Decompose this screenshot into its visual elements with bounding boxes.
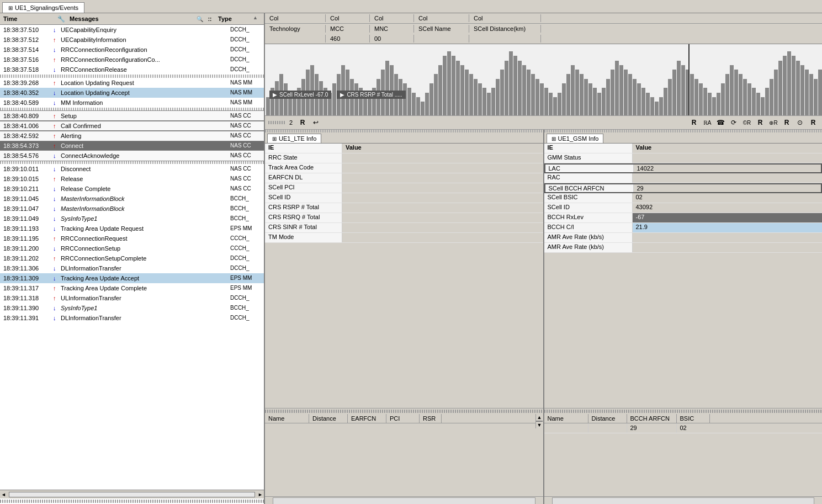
chart-bar	[787, 51, 791, 115]
toolbar-undo[interactable]: ↩	[310, 117, 321, 128]
list-item[interactable]: 18:39:11.047↓MasterInformationBlockBCCH_	[0, 204, 264, 214]
msg-text: DLInformationTransfer	[61, 315, 230, 321]
list-item[interactable]: 18:38:37.512↑UECapabilityInformationDCCH…	[0, 35, 264, 45]
list-item[interactable]: 18:39:10.011↓DisconnectNAS CC	[0, 164, 264, 174]
list-item[interactable]: 18:38:40.589↓MM InformationNAS MM	[0, 98, 264, 108]
scroll-up-btn[interactable]: ▲	[253, 15, 261, 23]
list-item[interactable]: 18:38:54.576↓ConnectAcknowledgeNAS CC	[0, 151, 264, 161]
scroll-up-icon[interactable]: ▲	[537, 415, 542, 420]
list-item[interactable]: 18:39:10.015↑ReleaseNAS CC	[0, 174, 264, 184]
toolbar-cr1[interactable]: ©R	[741, 117, 752, 128]
toolbar-fa[interactable]: ℝA	[702, 117, 713, 128]
chart-bar	[712, 97, 716, 115]
tab-gsm-info[interactable]: ⊞ UE1_GSM Info	[547, 134, 604, 143]
list-item[interactable]: 18:39:10.211↓Release CompleteNAS CC	[0, 184, 264, 194]
type-col-header: Type	[218, 15, 248, 22]
msg-direction-arrow: ↓	[53, 305, 61, 311]
msg-type: DCCH_	[230, 26, 261, 33]
gsm-bottom-scroll[interactable]	[544, 496, 823, 504]
gsm-ie-lac: LAC	[545, 165, 634, 172]
msg-time: 18:39:11.193	[3, 225, 53, 232]
toolbar-phone[interactable]: ☎	[715, 117, 726, 128]
h-scrollbar[interactable]: ◄ ►	[0, 490, 264, 498]
list-item[interactable]: 18:38:37.510↓UECapabilityEnquiryDCCH_	[0, 25, 264, 35]
scroll-thumb-lte[interactable]	[536, 421, 543, 422]
chart-bar	[429, 83, 433, 115]
list-item[interactable]: 18:38:39.268↑Location Updating RequestNA…	[0, 78, 264, 88]
gsm-dt-header: Name Distance BCCH ARFCN BSIC	[544, 414, 823, 423]
scroll-right-btn[interactable]: ►	[257, 491, 264, 498]
signal-chart: ▶ SCell RxLevel -67.0 ▶ CRS RSRP # Total…	[265, 44, 822, 116]
lte-bottom-scroll[interactable]	[265, 496, 543, 504]
lte-row-tac: Track Area Code	[265, 163, 543, 173]
divider-bottom	[0, 500, 264, 503]
search-icon[interactable]: 🔍	[196, 15, 204, 23]
scroll-left-btn[interactable]: ◄	[0, 491, 7, 498]
gsm-ie-amr2: AMR Ave Rate (kb/s)	[544, 243, 633, 252]
msg-type: NAS CC	[230, 166, 261, 172]
list-item[interactable]: 18:39:11.193↓Tracking Area Update Reques…	[0, 224, 264, 234]
lte-row-rrc: RRC State	[265, 153, 543, 163]
msg-text: Setup	[61, 113, 230, 119]
list-item[interactable]: 18:39:11.306↓DLInformationTransferDCCH_	[0, 263, 264, 273]
list-item[interactable]: 18:38:54.373↑ConnectNAS CC	[0, 141, 264, 151]
msg-text: MasterInformationBlock	[61, 205, 230, 212]
msg-text: Call Confirmed	[61, 123, 230, 129]
gsm-dt-divider	[544, 410, 823, 413]
list-item[interactable]: 18:39:11.202↑RRCConnectionSetupCompleteD…	[0, 253, 264, 263]
filter-icon[interactable]: ::	[206, 15, 214, 23]
gsm-dt-name-val	[544, 423, 588, 433]
top-info-bar: Col Col Col Col Col Technology MCC MNC S…	[265, 13, 822, 44]
toolbar-r3[interactable]: R	[755, 117, 766, 128]
lte-info-panel: ⊞ UE1_LTE Info IE Value RRC State	[265, 130, 544, 504]
lte-dt-scrollbar[interactable]: ▲ ▼	[535, 414, 543, 428]
chart-bars	[265, 44, 822, 115]
tab-label: UE1_Signalings/Events	[15, 4, 78, 11]
msg-time: 18:38:37.516	[3, 56, 53, 63]
msg-text: MM Information	[61, 99, 230, 106]
msg-type: NAS MM	[230, 89, 261, 96]
list-item[interactable]: 18:39:11.200↓RRCConnectionSetupCCCH_	[0, 243, 264, 253]
list-item[interactable]: 18:38:37.514↓RRCConnectionReconfiguratio…	[0, 45, 264, 55]
toolbar-r4[interactable]: R	[781, 117, 792, 128]
msg-time: 18:39:10.011	[3, 166, 53, 172]
toolbar-circle[interactable]: ⊙	[794, 117, 805, 128]
lte-row-crsrsrp: CRS RSRP # Total	[265, 203, 543, 213]
list-item[interactable]: 18:38:40.809↑SetupNAS CC	[0, 111, 264, 121]
toolbar-refresh[interactable]: ⟳	[728, 117, 739, 128]
list-item[interactable]: 18:39:11.309↓Tracking Area Update Accept…	[0, 273, 264, 283]
chart-label-rxlevel: ▶ SCell RxLevel -67.0	[269, 91, 331, 99]
gsm-dt-bsic-header: BSIC	[677, 414, 710, 423]
list-item[interactable]: 18:39:11.195↑RRCConnectionRequestCCCH_	[0, 234, 264, 243]
list-item[interactable]: 18:39:11.391↓DLInformationTransferDCCH_	[0, 313, 264, 323]
chart-bar	[447, 51, 451, 115]
msg-type: DCCH_	[230, 265, 261, 271]
list-item[interactable]: 18:38:41.006↑Call ConfirmedNAS CC	[0, 121, 264, 131]
gsm-hscroll-thumb[interactable]	[552, 497, 815, 504]
msg-type: DCCH_	[230, 255, 261, 261]
list-item[interactable]: 18:39:11.049↓SysInfoType1BCCH_	[0, 214, 264, 224]
list-item[interactable]: 18:39:11.045↓MasterInformationBlockBCCH_	[0, 194, 264, 204]
list-item[interactable]: 18:38:37.516↑RRCConnectionReconfiguratio…	[0, 55, 264, 65]
scroll-thumb[interactable]	[9, 492, 255, 497]
gsm-val-scellid: 43092	[633, 203, 823, 213]
toolbar-r2[interactable]: R	[688, 117, 699, 128]
toolbar-r1[interactable]: R	[297, 117, 308, 128]
list-item[interactable]: 18:38:42.592↑AlertingNAS CC	[0, 131, 264, 141]
lte-hscroll-thumb[interactable]	[273, 497, 535, 504]
msg-direction-arrow: ↑	[53, 56, 61, 63]
tab-lte-info[interactable]: ⊞ UE1_LTE Info	[267, 134, 321, 143]
list-item[interactable]: 18:39:11.390↓SysInfoType1BCCH_	[0, 303, 264, 313]
message-list[interactable]: 18:38:37.510↓UECapabilityEnquiryDCCH_18:…	[0, 25, 264, 490]
msg-time: 18:38:37.514	[3, 46, 53, 53]
toolbar-r5[interactable]: R	[808, 117, 819, 128]
chart-bar	[421, 102, 425, 115]
scroll-down-icon[interactable]: ▼	[537, 422, 542, 428]
list-item[interactable]: 18:38:40.352↓Location Updating AcceptNAS…	[0, 88, 264, 98]
toolbar-cr2[interactable]: ⊕R	[768, 117, 779, 128]
tab-ue1-signalings[interactable]: ⊞ UE1_Signalings/Events	[2, 2, 84, 13]
lte-val-pci	[342, 183, 543, 193]
list-item[interactable]: 18:39:11.318↑ULInformationTransferDCCH_	[0, 293, 264, 303]
list-item[interactable]: 18:39:11.317↑Tracking Area Update Comple…	[0, 283, 264, 293]
list-item[interactable]: 18:38:37.518↓RRCConnectionReleaseDCCH_	[0, 65, 264, 75]
